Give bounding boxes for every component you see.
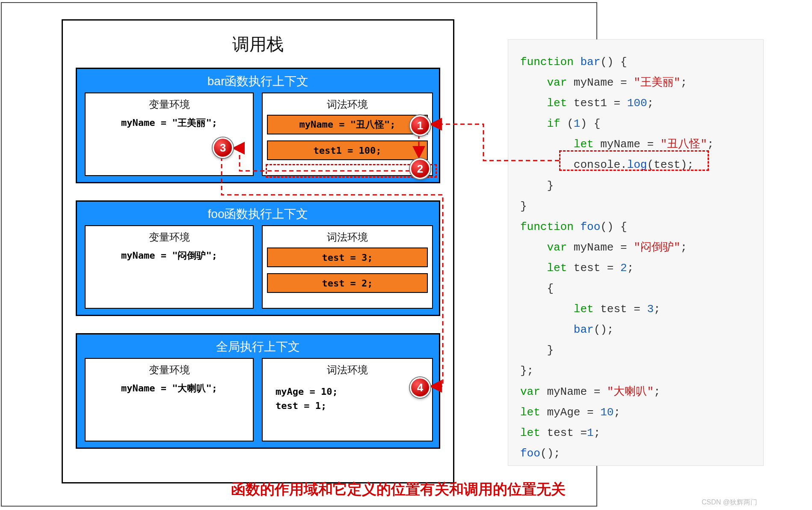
var-env-line: myName = "闷倒驴"; [86, 249, 253, 262]
credit: CSDN @狄辉两门 [702, 498, 757, 507]
ctx-bar-var-env: 变量环境 myName = "王美丽"; [85, 92, 254, 176]
var-env-title: 变量环境 [86, 363, 253, 377]
ctx-global-lex-env: 词法环境 myAge = 10;test = 1; [262, 358, 433, 441]
code-highlight-log [559, 150, 709, 171]
call-stack-title: 调用栈 [63, 33, 453, 56]
lex-env-title: 词法环境 [263, 230, 432, 244]
var-env-line: myName = "王美丽"; [86, 116, 253, 129]
badge-4: 4 [410, 377, 430, 398]
var-env-line: myName = "大喇叭"; [86, 382, 253, 395]
lex-slot: test = 2; [267, 273, 428, 293]
lex-env-lines: myAge = 10;test = 1; [263, 385, 432, 413]
ctx-foo: foo函数执行上下文 变量环境 myName = "闷倒驴"; 词法环境 tes… [76, 200, 440, 316]
ctx-foo-var-env: 变量环境 myName = "闷倒驴"; [85, 225, 254, 309]
lex-slot: myName = "丑八怪"; [267, 115, 428, 134]
ctx-global-var-env: 变量环境 myName = "大喇叭"; [85, 358, 254, 441]
var-env-title: 变量环境 [86, 98, 253, 111]
call-stack: 调用栈 bar函数执行上下文 变量环境 myName = "王美丽"; 词法环境… [62, 19, 454, 483]
lex-env-title: 词法环境 [263, 98, 432, 111]
caption: 函数的作用域和它定义的位置有关和调用的位置无关 [231, 480, 566, 499]
ctx-bar-lex-env: 词法环境 myName = "丑八怪"; test1 = 100; [262, 92, 433, 176]
ctx-bar-title: bar函数执行上下文 [77, 73, 439, 89]
ctx-foo-lex-env: 词法环境 test = 3; test = 2; [262, 225, 433, 309]
lex-env-title: 词法环境 [263, 363, 432, 377]
badge-2: 2 [410, 158, 430, 179]
ctx-foo-title: foo函数执行上下文 [77, 206, 439, 222]
lex-slot: test1 = 100; [267, 140, 428, 160]
badge-3: 3 [213, 137, 233, 158]
var-env-title: 变量环境 [86, 230, 253, 244]
canvas: 调用栈 bar函数执行上下文 变量环境 myName = "王美丽"; 词法环境… [0, 0, 812, 510]
ctx-global: 全局执行上下文 变量环境 myName = "大喇叭"; 词法环境 myAge … [76, 333, 440, 449]
lex-slot: test = 3; [267, 248, 428, 267]
badge-1: 1 [410, 115, 430, 136]
code-panel: function bar() { var myName = "王美丽"; let… [508, 39, 764, 466]
ctx-global-title: 全局执行上下文 [77, 339, 439, 355]
